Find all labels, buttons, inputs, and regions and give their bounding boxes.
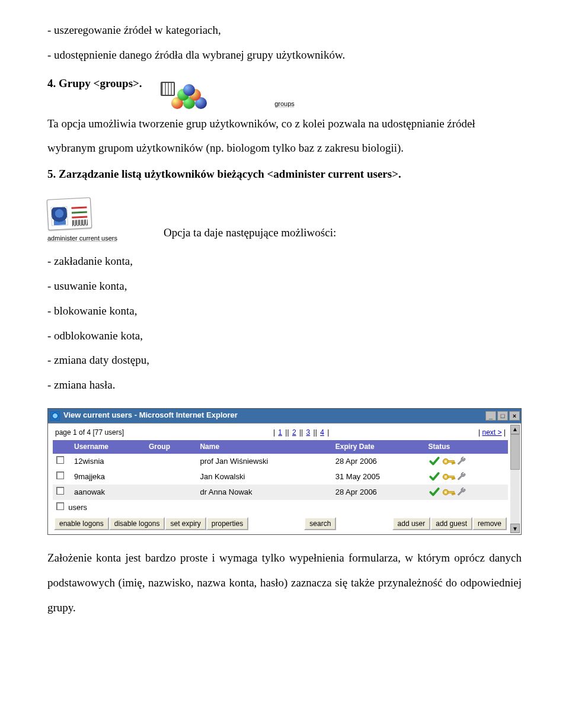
window-title: View current users - Microsoft Internet … (63, 410, 238, 421)
administer-icon-block: administer current users (47, 198, 154, 245)
wrench-icon[interactable] (456, 472, 468, 482)
maximize-button[interactable]: □ (497, 411, 508, 421)
cell-group (145, 485, 196, 500)
add-guest-button[interactable]: add guest (430, 517, 472, 530)
page-link[interactable]: 4 (320, 428, 324, 437)
table-row: aanowakdr Anna Nowak28 Apr 2006 (53, 485, 508, 500)
section-4-text: Ta opcja umożliwia tworzenie grup użytko… (47, 117, 475, 155)
list-item: - odblokowanie kota, (47, 323, 522, 348)
scroll-up-icon[interactable]: ▲ (510, 425, 520, 434)
svg-rect-9 (453, 478, 455, 479)
cell-expiry: 28 Apr 2006 (332, 454, 425, 469)
closing-paragraph: Założenie konta jest bardzo proste i wym… (47, 546, 522, 620)
svg-rect-4 (453, 463, 455, 464)
list-item: - usuwanie konta, (47, 274, 522, 299)
svg-rect-8 (452, 478, 453, 480)
vertical-scrollbar[interactable]: ▲ ▼ (510, 425, 520, 533)
row-checkbox[interactable] (56, 487, 64, 495)
key-icon[interactable] (442, 487, 457, 498)
ie-window: View current users - Microsoft Internet … (47, 408, 522, 535)
cell-status (425, 469, 508, 485)
list-item: - blokowanie konta, (47, 299, 522, 323)
col-username: Username (71, 440, 145, 454)
bullet-line: - udostępnienie danego źródła dla wybran… (47, 43, 522, 68)
section-5-title: 5. Zarządzanie listą użytkowników bieżąc… (47, 162, 522, 187)
svg-rect-12 (447, 492, 454, 493)
bulk-label: users (68, 503, 87, 512)
section-4-para: 4. Grupy <groups>. (47, 71, 522, 96)
capabilities-list: - zakładanie konta, - usuwanie konta, - … (47, 249, 522, 397)
next-page-link[interactable]: next > (482, 428, 502, 437)
svg-rect-3 (452, 463, 453, 464)
cell-group (145, 469, 196, 485)
page-count-label: page 1 of 4 [77 users] (55, 428, 124, 438)
cell-name: Jan Kowalski (196, 469, 331, 485)
table-row: 12wisniaprof Jan Wiśniewski28 Apr 2006 (53, 454, 508, 469)
pagination: | 1 || 2 || 3 || 4 | (124, 428, 478, 438)
col-status: Status (425, 440, 508, 454)
svg-rect-7 (447, 476, 454, 478)
button-bar: enable logonsdisable logonsset expirypro… (53, 515, 508, 531)
client-area: ▲ ▼ page 1 of 4 [77 users] | 1 || 2 || 3… (48, 423, 521, 534)
add-user-button[interactable]: add user (392, 517, 431, 530)
table-header-row: Username Group Name Expiry Date Status (53, 440, 508, 454)
status-ok-icon (429, 472, 440, 482)
cell-group (145, 454, 196, 469)
cell-username: 12wisnia (71, 454, 145, 469)
page-link[interactable]: 2 (292, 428, 296, 437)
search-button[interactable]: search (304, 517, 336, 530)
col-expiry: Expiry Date (332, 440, 425, 454)
svg-rect-2 (447, 461, 454, 463)
close-button[interactable]: × (509, 411, 520, 421)
col-checkbox (53, 440, 71, 454)
svg-rect-13 (452, 493, 453, 495)
key-icon[interactable] (442, 456, 457, 467)
list-item: - zmiana daty dostępu, (47, 348, 522, 373)
list-item: - zakładanie konta, (47, 249, 522, 274)
id-card-icon (47, 197, 92, 230)
cell-status (425, 485, 508, 500)
bullet-line: - uszeregowanie źródeł w kategoriach, (47, 18, 522, 43)
ie-icon (50, 411, 60, 421)
svg-point-6 (445, 476, 446, 477)
list-item: - zmiana hasła. (47, 373, 522, 397)
administer-icon-caption: administer current users (47, 231, 154, 245)
key-icon[interactable] (442, 472, 457, 482)
section-4-title: 4. Grupy <groups>. (47, 77, 142, 89)
cell-username: 9majjeka (71, 469, 145, 485)
page-link[interactable]: 1 (278, 428, 282, 437)
properties-button[interactable]: properties (206, 517, 248, 530)
cell-expiry: 28 Apr 2006 (332, 485, 425, 500)
set-expiry-button[interactable]: set expiry (165, 517, 206, 530)
col-group: Group (145, 440, 196, 454)
svg-rect-14 (453, 493, 455, 495)
status-ok-icon (429, 487, 440, 498)
page-link[interactable]: 3 (306, 428, 311, 437)
cell-expiry: 31 May 2005 (332, 469, 425, 485)
cell-name: prof Jan Wiśniewski (196, 454, 331, 469)
users-table: Username Group Name Expiry Date Status 1… (53, 440, 508, 501)
enable-logons-button[interactable]: enable logons (54, 517, 109, 530)
groups-icon-caption: groups (47, 97, 522, 111)
wrench-icon[interactable] (456, 456, 468, 467)
cell-username: aanowak (71, 485, 145, 500)
status-ok-icon (429, 456, 440, 467)
svg-point-11 (445, 491, 446, 493)
row-checkbox[interactable] (56, 472, 64, 479)
remove-button[interactable]: remove (472, 517, 507, 530)
col-name: Name (196, 440, 331, 454)
scroll-down-icon[interactable]: ▼ (510, 524, 520, 533)
disable-logons-button[interactable]: disable logons (109, 517, 165, 530)
cell-status (425, 454, 508, 469)
bulk-select-row: users (53, 500, 508, 515)
cell-name: dr Anna Nowak (196, 485, 331, 500)
wrench-icon[interactable] (456, 487, 468, 498)
svg-point-1 (445, 460, 446, 462)
row-checkbox[interactable] (56, 456, 64, 464)
titlebar: View current users - Microsoft Internet … (48, 409, 521, 423)
select-all-checkbox[interactable] (56, 502, 64, 510)
table-row: 9majjekaJan Kowalski31 May 2005 (53, 469, 508, 485)
minimize-button[interactable]: _ (485, 411, 496, 421)
section-5-lead: Opcja ta daje następujące możliwości: (164, 220, 522, 245)
